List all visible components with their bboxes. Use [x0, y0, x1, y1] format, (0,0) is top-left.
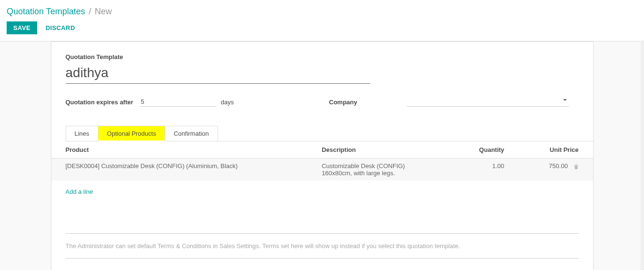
cell-quantity: 1.00 — [450, 159, 518, 181]
col-unit-price: Unit Price — [518, 141, 593, 159]
template-name-input[interactable] — [66, 63, 370, 84]
tabs: Lines Optional Products Confirmation — [66, 126, 593, 141]
scrollbar[interactable] — [641, 40, 644, 270]
cell-unit-price: 750.00 — [518, 159, 593, 181]
breadcrumb-current: New — [95, 7, 112, 16]
tab-optional-products[interactable]: Optional Products — [98, 126, 165, 141]
col-description: Description — [307, 141, 450, 159]
chevron-down-icon — [563, 99, 567, 101]
trash-icon[interactable] — [574, 164, 579, 170]
form-sheet: Quotation Template Quotation expires aft… — [51, 41, 594, 270]
breadcrumb: Quotation Templates / New — [0, 0, 644, 21]
breadcrumb-separator: / — [89, 7, 91, 16]
company-label: Company — [329, 99, 357, 106]
col-product: Product — [51, 141, 307, 159]
expire-field-group: Quotation expires after days — [66, 97, 234, 107]
tab-confirmation[interactable]: Confirmation — [165, 126, 218, 141]
table-row[interactable]: [DESK0004] Customizable Desk (CONFIG) (A… — [51, 159, 593, 181]
action-buttons: SAVE DISCARD — [0, 21, 644, 41]
company-field-group: Company — [329, 97, 568, 107]
expire-unit-label: days — [221, 99, 234, 106]
expire-days-input[interactable] — [140, 97, 216, 107]
add-line-link[interactable]: Add a line — [51, 180, 108, 219]
tab-lines[interactable]: Lines — [66, 126, 99, 141]
cell-description: Customizable Desk (CONFIG) 160x80cm, wit… — [307, 159, 450, 181]
terms-conditions-placeholder[interactable]: The Administrator can set default Terms … — [66, 233, 579, 259]
col-quantity: Quantity — [450, 141, 518, 159]
expire-label: Quotation expires after — [66, 99, 133, 106]
breadcrumb-root-link[interactable]: Quotation Templates — [7, 7, 85, 16]
cell-product: [DESK0004] Customizable Desk (CONFIG) (A… — [51, 159, 307, 181]
optional-products-table: Product Description Quantity Unit Price … — [51, 141, 593, 180]
template-name-label: Quotation Template — [66, 53, 579, 60]
save-button[interactable]: SAVE — [7, 21, 37, 34]
discard-button[interactable]: DISCARD — [39, 21, 82, 34]
company-dropdown[interactable] — [407, 97, 569, 107]
